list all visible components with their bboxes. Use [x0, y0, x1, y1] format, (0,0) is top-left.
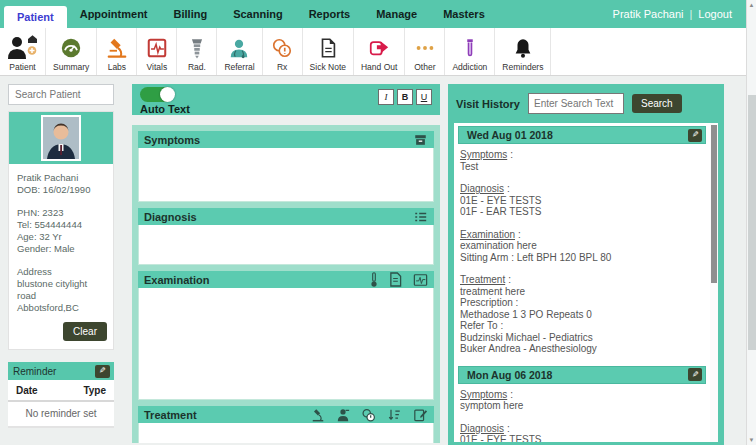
main-content: Pratik Pachani DOB: 16/02/1990 PHN: 2323…: [0, 76, 746, 445]
diagnosis-title: Diagnosis: [144, 211, 197, 223]
doctor-icon[interactable]: [336, 408, 350, 422]
tab-billing[interactable]: Billing: [161, 0, 221, 28]
visit-diagnosis: Diagnosis: 01E - EYE TESTS 01F - EAR TES…: [460, 423, 704, 443]
visit-history-list: Wed Aug 01 2018 ✎ Symptoms: Test Diagnos…: [454, 123, 718, 442]
scroll-up-arrow[interactable]: ▲: [747, 0, 756, 10]
editor-header: Auto Text I B U: [132, 84, 440, 115]
treatment-section: Treatment: [138, 406, 434, 443]
reminders-bell-icon: [512, 34, 534, 61]
edit-visit-button[interactable]: ✎: [688, 129, 702, 142]
visit-entry: Wed Aug 01 2018 ✎ Symptoms: Test Diagnos…: [458, 126, 706, 355]
toolbar-item-patient[interactable]: Patient: [0, 28, 46, 75]
labs-microscope-icon: [106, 34, 128, 61]
hand-out-share-icon: [368, 34, 390, 61]
visit-history-title: Visit History: [456, 98, 520, 110]
tab-patient[interactable]: Patient: [4, 6, 67, 28]
summary-gauge-icon: [60, 34, 82, 61]
toolbar-item-sick-note[interactable]: Sick Note: [303, 28, 354, 75]
patient-info: Pratik Pachani DOB: 16/02/1990 PHN: 2323…: [9, 164, 113, 314]
toolbar-item-referral[interactable]: Referral: [217, 28, 262, 75]
patient-address-label: Address: [17, 266, 105, 278]
toolbar-item-hand-out[interactable]: Hand Out: [354, 28, 405, 75]
editor-sections: Symptoms Diagnosis: [132, 125, 440, 443]
toolbar-item-rx[interactable]: Rx: [263, 28, 303, 75]
page-scrollbar-thumb[interactable]: [748, 95, 756, 350]
patient-age: Age: 32 Yr: [17, 231, 105, 243]
visit-symptoms: Symptoms: symptom here: [460, 389, 704, 412]
patient-phn: PHN: 2323: [17, 207, 105, 219]
edit-note-icon[interactable]: [413, 408, 428, 422]
diagnosis-textarea[interactable]: [138, 225, 434, 265]
edit-visit-button[interactable]: ✎: [688, 368, 702, 381]
page-scrollbar[interactable]: ▲ ▼: [746, 0, 756, 445]
tab-masters[interactable]: Masters: [430, 0, 498, 28]
patient-tel: Tel: 554444444: [17, 219, 105, 231]
examination-textarea[interactable]: [138, 288, 434, 400]
document-icon[interactable]: [389, 272, 402, 287]
visit-history-scrollbar[interactable]: [710, 123, 718, 442]
scrollbar-thumb[interactable]: [711, 125, 717, 283]
visit-search-button[interactable]: Search: [632, 94, 682, 113]
edit-icon: ✎: [692, 131, 699, 139]
toolbar-item-addiction[interactable]: Addiction: [445, 28, 495, 75]
bold-button[interactable]: B: [397, 89, 413, 105]
search-patient-input[interactable]: [8, 84, 114, 105]
treatment-textarea[interactable]: [138, 423, 434, 443]
radiology-implant-icon: [186, 34, 208, 61]
addiction-test-tube-icon: [459, 34, 481, 61]
underline-button[interactable]: U: [416, 89, 432, 105]
scroll-down-arrow[interactable]: ▼: [747, 435, 756, 445]
other-ellipsis-icon: [413, 34, 437, 61]
examination-section: Examination: [138, 271, 434, 400]
toolbar-item-label: Patient: [9, 62, 35, 72]
referral-doctor-icon: [228, 34, 250, 61]
visit-treatment: Treatment: treatment here Prescription :…: [460, 274, 704, 355]
toolbar-item-vitals[interactable]: Vitals: [137, 28, 177, 75]
pills-icon[interactable]: [361, 408, 376, 422]
visit-history-panel: Visit History Search Wed Aug 01 2018 ✎: [448, 84, 724, 445]
logout-link[interactable]: Logout: [698, 8, 732, 20]
thermometer-icon[interactable]: [370, 272, 378, 287]
symptoms-textarea[interactable]: [138, 148, 434, 202]
vitals-chart-icon[interactable]: [413, 273, 428, 287]
toolbar-item-labs[interactable]: Labs: [97, 28, 137, 75]
encounter-editor: Auto Text I B U Symptoms: [132, 84, 440, 443]
archive-icon[interactable]: [413, 133, 428, 147]
visit-symptoms: Symptoms: Test: [460, 149, 704, 172]
tab-scanning[interactable]: Scanning: [220, 0, 296, 28]
reminder-title: Reminder: [13, 366, 56, 377]
tab-manage[interactable]: Manage: [363, 0, 430, 28]
visit-search-input[interactable]: [528, 93, 624, 114]
vitals-monitor-icon: [146, 34, 168, 61]
reminder-empty-text: No reminder set: [8, 402, 114, 428]
patient-icon: [7, 34, 38, 61]
home-icon: [28, 35, 37, 43]
toolbar-item-summary[interactable]: Summary: [46, 28, 97, 75]
tab-reports[interactable]: Reports: [296, 0, 364, 28]
patient-address-line1: blustone citylight road: [17, 278, 105, 302]
visit-entry: Mon Aug 06 2018 ✎ Symptoms: symptom here…: [458, 366, 706, 443]
treatment-title: Treatment: [144, 409, 197, 421]
symptoms-title: Symptoms: [144, 134, 200, 146]
toolbar-item-reminders[interactable]: Reminders: [495, 28, 551, 75]
edit-reminder-button[interactable]: ✎: [95, 365, 110, 378]
user-name[interactable]: Pratik Pachani: [613, 8, 684, 20]
patient-photo: [41, 115, 81, 161]
diagnosis-section: Diagnosis: [138, 208, 434, 265]
toolbar-item-other[interactable]: Other: [405, 28, 445, 75]
toolbar: Patient Summary: [0, 28, 746, 76]
italic-button[interactable]: I: [378, 89, 394, 105]
edit-icon: ✎: [99, 367, 106, 375]
microscope-icon[interactable]: [311, 408, 325, 422]
symptoms-section: Symptoms: [138, 131, 434, 202]
sort-icon[interactable]: [387, 408, 402, 422]
tab-appointment[interactable]: Appointment: [67, 0, 161, 28]
auto-text-label: Auto Text: [140, 103, 190, 115]
visit-entry-date: Mon Aug 06 2018: [467, 369, 552, 381]
visit-entry-date: Wed Aug 01 2018: [467, 129, 553, 141]
auto-text-toggle[interactable]: [140, 87, 174, 102]
list-icon[interactable]: [413, 210, 428, 224]
clear-button[interactable]: Clear: [63, 322, 107, 341]
toolbar-item-rad[interactable]: Rad.: [177, 28, 217, 75]
patient-sidebar: Pratik Pachani DOB: 16/02/1990 PHN: 2323…: [8, 84, 114, 428]
